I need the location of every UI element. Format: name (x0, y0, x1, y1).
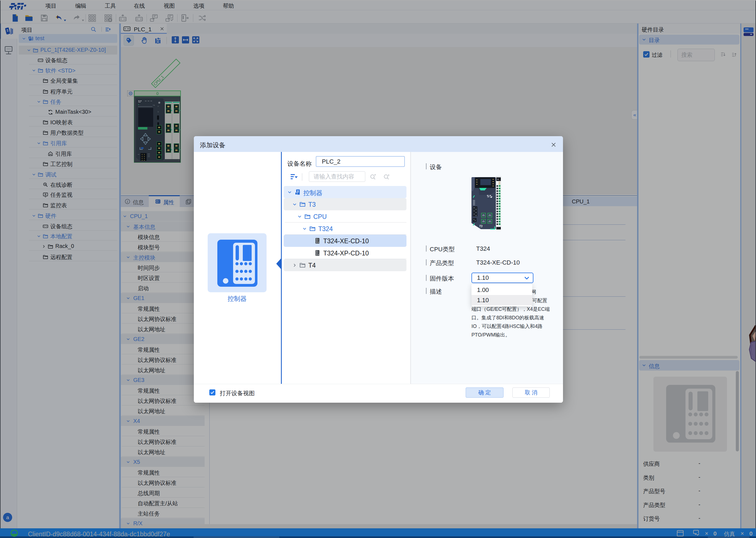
svg-text:DI: DI (497, 179, 499, 180)
svg-text:T3: T3 (479, 225, 483, 228)
